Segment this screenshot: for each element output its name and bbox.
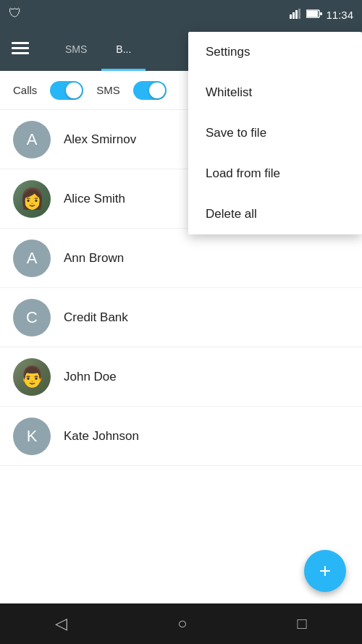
svg-rect-3 xyxy=(298,9,300,19)
contact-name: Alex Smirnov xyxy=(64,132,136,147)
contact-name: Ann Brown xyxy=(64,251,124,266)
shield-icon: 🛡 xyxy=(9,6,22,21)
recent-apps-icon[interactable]: □ xyxy=(298,614,307,633)
avatar xyxy=(13,180,51,218)
hamburger-icon[interactable] xyxy=(12,41,29,59)
battery-icon xyxy=(306,9,322,20)
avatar xyxy=(13,358,51,396)
tab-blacklist[interactable]: B... xyxy=(101,29,146,71)
svg-rect-2 xyxy=(295,10,298,19)
status-time: 11:34 xyxy=(326,9,353,21)
sms-label: SMS xyxy=(96,84,120,96)
list-item[interactable]: K Kate Johnson xyxy=(0,407,362,466)
avatar: A xyxy=(13,121,51,158)
avatar: C xyxy=(13,299,51,336)
menu-item-save-to-file[interactable]: Save to file xyxy=(188,113,362,153)
calls-toggle[interactable] xyxy=(50,81,83,100)
signal-icon xyxy=(290,9,303,21)
back-icon[interactable]: ◁ xyxy=(55,614,67,633)
fab-add-button[interactable]: + xyxy=(304,550,346,592)
menu-item-settings[interactable]: Settings xyxy=(188,32,362,72)
contact-name: Kate Johnson xyxy=(64,429,139,444)
home-icon[interactable]: ○ xyxy=(177,614,187,633)
svg-rect-5 xyxy=(307,11,318,17)
menu-item-load-from-file[interactable]: Load from file xyxy=(188,153,362,194)
svg-rect-7 xyxy=(12,42,29,44)
dropdown-menu: Settings Whitelist Save to file Load fro… xyxy=(188,32,362,234)
avatar: K xyxy=(13,418,51,455)
list-item[interactable]: C Credit Bank xyxy=(0,288,362,347)
menu-item-delete-all[interactable]: Delete all xyxy=(188,194,362,234)
bottom-nav: ◁ ○ □ xyxy=(0,603,362,644)
list-item[interactable]: A Ann Brown xyxy=(0,229,362,288)
contact-name: Credit Bank xyxy=(64,310,128,325)
svg-rect-8 xyxy=(12,47,29,49)
avatar: A xyxy=(13,240,51,277)
list-item[interactable]: John Doe xyxy=(0,347,362,407)
contact-name: John Doe xyxy=(64,370,117,384)
sms-toggle[interactable] xyxy=(133,81,167,100)
tab-sms[interactable]: SMS xyxy=(51,29,101,71)
menu-item-whitelist[interactable]: Whitelist xyxy=(188,72,362,113)
svg-rect-6 xyxy=(320,12,322,15)
nav-tabs: SMS B... xyxy=(51,29,146,71)
calls-label: Calls xyxy=(13,84,37,96)
svg-rect-9 xyxy=(12,52,29,54)
status-bar: 🛡 11:34 xyxy=(0,0,362,29)
svg-rect-0 xyxy=(290,14,292,19)
svg-rect-1 xyxy=(292,12,295,19)
contact-name: Alice Smith xyxy=(64,192,125,206)
